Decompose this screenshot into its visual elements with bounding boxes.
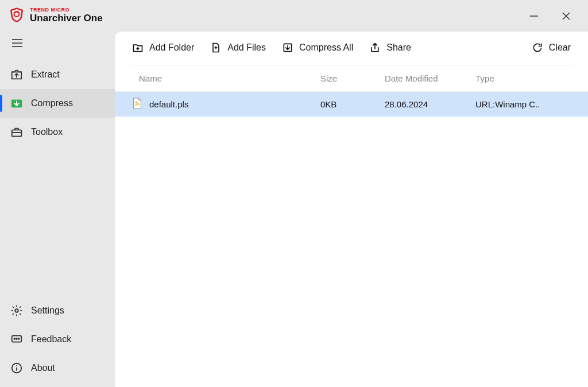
sidebar-item-settings[interactable]: Settings bbox=[0, 296, 115, 325]
sidebar-item-toolbox[interactable]: Toolbox bbox=[0, 118, 115, 146]
share-button[interactable]: Share bbox=[369, 42, 411, 53]
toolbar-label: Clear bbox=[549, 42, 571, 53]
table-header: Name Size Date Modified Type bbox=[115, 65, 588, 92]
extract-icon bbox=[10, 68, 23, 81]
svg-point-11 bbox=[14, 338, 15, 339]
sidebar-item-label: Settings bbox=[31, 305, 64, 316]
svg-point-12 bbox=[16, 338, 17, 339]
toolbar: Add Folder Add Files bbox=[115, 32, 588, 65]
cell-type: URL:Winamp C.. bbox=[475, 99, 571, 109]
refresh-icon bbox=[532, 42, 543, 53]
sidebar-item-label: Extract bbox=[31, 69, 60, 80]
add-files-button[interactable]: Add Files bbox=[210, 42, 266, 53]
svg-point-9 bbox=[15, 309, 18, 312]
svg-point-22 bbox=[136, 102, 137, 103]
svg-point-13 bbox=[18, 338, 20, 339]
sidebar-item-compress[interactable]: Compress bbox=[0, 89, 115, 118]
toolbar-label: Share bbox=[386, 42, 411, 53]
cell-size: 0KB bbox=[320, 99, 385, 109]
column-header-type[interactable]: Type bbox=[475, 73, 571, 83]
column-header-name[interactable]: Name bbox=[132, 73, 320, 83]
info-icon bbox=[10, 362, 23, 374]
share-icon bbox=[369, 42, 381, 53]
sidebar: Extract Compress bbox=[0, 32, 115, 387]
shield-icon bbox=[9, 7, 24, 25]
clear-button[interactable]: Clear bbox=[532, 42, 571, 53]
app-window: TREND MICRO Unarchiver One bbox=[0, 0, 588, 387]
sidebar-item-label: Feedback bbox=[31, 334, 71, 345]
table-row[interactable]: default.pls 0KB 28.06.2024 URL:Winamp C.… bbox=[115, 92, 588, 117]
feedback-icon bbox=[10, 333, 23, 346]
toolbar-label: Add Files bbox=[227, 42, 266, 53]
cell-name: default.pls bbox=[149, 99, 188, 109]
hamburger-button[interactable] bbox=[0, 32, 115, 60]
toolbox-icon bbox=[10, 126, 23, 138]
gear-icon bbox=[10, 304, 23, 317]
compress-all-button[interactable]: Compress All bbox=[282, 42, 353, 53]
add-folder-icon bbox=[132, 42, 144, 53]
cell-date: 28.06.2024 bbox=[385, 99, 475, 109]
file-icon bbox=[132, 98, 142, 111]
column-header-date[interactable]: Date Modified bbox=[385, 73, 475, 83]
app-title: Unarchiver One bbox=[30, 13, 103, 24]
sidebar-item-label: Compress bbox=[31, 98, 73, 109]
close-button[interactable] bbox=[559, 9, 573, 23]
compress-icon bbox=[10, 97, 23, 110]
sidebar-item-label: About bbox=[31, 363, 55, 373]
sidebar-item-extract[interactable]: Extract bbox=[0, 60, 115, 89]
toolbar-label: Add Folder bbox=[149, 42, 194, 53]
app-logo: TREND MICRO Unarchiver One bbox=[9, 7, 103, 25]
toolbar-label: Compress All bbox=[299, 42, 353, 53]
titlebar: TREND MICRO Unarchiver One bbox=[0, 0, 588, 32]
minimize-button[interactable] bbox=[527, 9, 541, 23]
table-body: default.pls 0KB 28.06.2024 URL:Winamp C.… bbox=[115, 92, 588, 387]
add-folder-button[interactable]: Add Folder bbox=[132, 42, 194, 53]
svg-point-16 bbox=[16, 365, 17, 366]
sidebar-item-feedback[interactable]: Feedback bbox=[0, 325, 115, 354]
add-files-icon bbox=[210, 42, 222, 53]
column-header-size[interactable]: Size bbox=[320, 73, 385, 83]
compress-all-icon bbox=[282, 42, 293, 53]
sidebar-item-label: Toolbox bbox=[31, 127, 63, 137]
main-panel: Add Folder Add Files bbox=[115, 32, 588, 387]
sidebar-item-about[interactable]: About bbox=[0, 354, 115, 382]
